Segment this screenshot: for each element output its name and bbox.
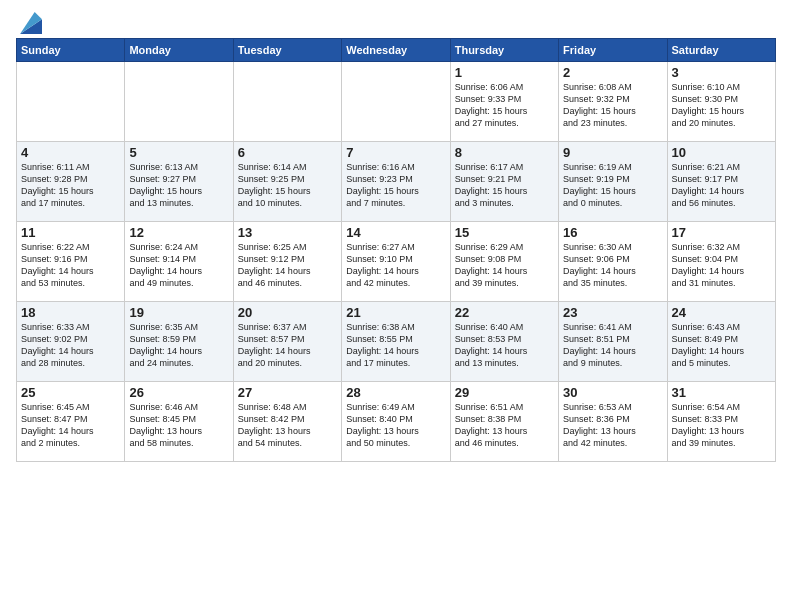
calendar-table: SundayMondayTuesdayWednesdayThursdayFrid… <box>16 38 776 462</box>
day-info: Sunrise: 6:45 AM Sunset: 8:47 PM Dayligh… <box>21 401 120 450</box>
day-number: 11 <box>21 225 120 240</box>
day-number: 31 <box>672 385 771 400</box>
day-number: 3 <box>672 65 771 80</box>
logo <box>16 12 42 34</box>
day-cell: 9Sunrise: 6:19 AM Sunset: 9:19 PM Daylig… <box>559 142 667 222</box>
day-info: Sunrise: 6:30 AM Sunset: 9:06 PM Dayligh… <box>563 241 662 290</box>
col-header-sunday: Sunday <box>17 39 125 62</box>
week-row-2: 4Sunrise: 6:11 AM Sunset: 9:28 PM Daylig… <box>17 142 776 222</box>
col-header-friday: Friday <box>559 39 667 62</box>
day-cell: 10Sunrise: 6:21 AM Sunset: 9:17 PM Dayli… <box>667 142 775 222</box>
day-cell: 16Sunrise: 6:30 AM Sunset: 9:06 PM Dayli… <box>559 222 667 302</box>
day-info: Sunrise: 6:11 AM Sunset: 9:28 PM Dayligh… <box>21 161 120 210</box>
day-info: Sunrise: 6:49 AM Sunset: 8:40 PM Dayligh… <box>346 401 445 450</box>
day-info: Sunrise: 6:19 AM Sunset: 9:19 PM Dayligh… <box>563 161 662 210</box>
day-number: 6 <box>238 145 337 160</box>
day-cell: 5Sunrise: 6:13 AM Sunset: 9:27 PM Daylig… <box>125 142 233 222</box>
day-number: 4 <box>21 145 120 160</box>
day-cell: 26Sunrise: 6:46 AM Sunset: 8:45 PM Dayli… <box>125 382 233 462</box>
day-cell: 17Sunrise: 6:32 AM Sunset: 9:04 PM Dayli… <box>667 222 775 302</box>
day-number: 22 <box>455 305 554 320</box>
day-info: Sunrise: 6:35 AM Sunset: 8:59 PM Dayligh… <box>129 321 228 370</box>
day-info: Sunrise: 6:48 AM Sunset: 8:42 PM Dayligh… <box>238 401 337 450</box>
day-number: 23 <box>563 305 662 320</box>
day-cell <box>17 62 125 142</box>
day-number: 12 <box>129 225 228 240</box>
day-cell: 7Sunrise: 6:16 AM Sunset: 9:23 PM Daylig… <box>342 142 450 222</box>
col-header-tuesday: Tuesday <box>233 39 341 62</box>
day-cell: 21Sunrise: 6:38 AM Sunset: 8:55 PM Dayli… <box>342 302 450 382</box>
day-info: Sunrise: 6:46 AM Sunset: 8:45 PM Dayligh… <box>129 401 228 450</box>
col-header-saturday: Saturday <box>667 39 775 62</box>
day-info: Sunrise: 6:21 AM Sunset: 9:17 PM Dayligh… <box>672 161 771 210</box>
day-info: Sunrise: 6:54 AM Sunset: 8:33 PM Dayligh… <box>672 401 771 450</box>
week-row-3: 11Sunrise: 6:22 AM Sunset: 9:16 PM Dayli… <box>17 222 776 302</box>
day-cell: 2Sunrise: 6:08 AM Sunset: 9:32 PM Daylig… <box>559 62 667 142</box>
day-number: 19 <box>129 305 228 320</box>
page: SundayMondayTuesdayWednesdayThursdayFrid… <box>0 0 792 470</box>
day-cell: 11Sunrise: 6:22 AM Sunset: 9:16 PM Dayli… <box>17 222 125 302</box>
day-number: 10 <box>672 145 771 160</box>
day-number: 5 <box>129 145 228 160</box>
day-number: 8 <box>455 145 554 160</box>
day-info: Sunrise: 6:27 AM Sunset: 9:10 PM Dayligh… <box>346 241 445 290</box>
day-cell: 12Sunrise: 6:24 AM Sunset: 9:14 PM Dayli… <box>125 222 233 302</box>
day-cell: 20Sunrise: 6:37 AM Sunset: 8:57 PM Dayli… <box>233 302 341 382</box>
calendar-header: SundayMondayTuesdayWednesdayThursdayFrid… <box>17 39 776 62</box>
day-info: Sunrise: 6:29 AM Sunset: 9:08 PM Dayligh… <box>455 241 554 290</box>
day-number: 13 <box>238 225 337 240</box>
day-number: 15 <box>455 225 554 240</box>
day-number: 16 <box>563 225 662 240</box>
col-header-monday: Monday <box>125 39 233 62</box>
day-cell: 19Sunrise: 6:35 AM Sunset: 8:59 PM Dayli… <box>125 302 233 382</box>
header <box>16 12 776 34</box>
day-cell: 14Sunrise: 6:27 AM Sunset: 9:10 PM Dayli… <box>342 222 450 302</box>
day-info: Sunrise: 6:51 AM Sunset: 8:38 PM Dayligh… <box>455 401 554 450</box>
day-cell: 29Sunrise: 6:51 AM Sunset: 8:38 PM Dayli… <box>450 382 558 462</box>
day-info: Sunrise: 6:10 AM Sunset: 9:30 PM Dayligh… <box>672 81 771 130</box>
day-number: 24 <box>672 305 771 320</box>
day-info: Sunrise: 6:37 AM Sunset: 8:57 PM Dayligh… <box>238 321 337 370</box>
day-cell: 8Sunrise: 6:17 AM Sunset: 9:21 PM Daylig… <box>450 142 558 222</box>
calendar-body: 1Sunrise: 6:06 AM Sunset: 9:33 PM Daylig… <box>17 62 776 462</box>
week-row-4: 18Sunrise: 6:33 AM Sunset: 9:02 PM Dayli… <box>17 302 776 382</box>
day-info: Sunrise: 6:41 AM Sunset: 8:51 PM Dayligh… <box>563 321 662 370</box>
day-number: 30 <box>563 385 662 400</box>
day-cell: 30Sunrise: 6:53 AM Sunset: 8:36 PM Dayli… <box>559 382 667 462</box>
day-cell: 25Sunrise: 6:45 AM Sunset: 8:47 PM Dayli… <box>17 382 125 462</box>
day-cell: 13Sunrise: 6:25 AM Sunset: 9:12 PM Dayli… <box>233 222 341 302</box>
day-info: Sunrise: 6:40 AM Sunset: 8:53 PM Dayligh… <box>455 321 554 370</box>
col-header-wednesday: Wednesday <box>342 39 450 62</box>
day-info: Sunrise: 6:17 AM Sunset: 9:21 PM Dayligh… <box>455 161 554 210</box>
week-row-1: 1Sunrise: 6:06 AM Sunset: 9:33 PM Daylig… <box>17 62 776 142</box>
day-info: Sunrise: 6:32 AM Sunset: 9:04 PM Dayligh… <box>672 241 771 290</box>
header-row: SundayMondayTuesdayWednesdayThursdayFrid… <box>17 39 776 62</box>
day-number: 18 <box>21 305 120 320</box>
day-cell: 23Sunrise: 6:41 AM Sunset: 8:51 PM Dayli… <box>559 302 667 382</box>
day-cell: 28Sunrise: 6:49 AM Sunset: 8:40 PM Dayli… <box>342 382 450 462</box>
day-number: 27 <box>238 385 337 400</box>
day-number: 9 <box>563 145 662 160</box>
day-cell: 6Sunrise: 6:14 AM Sunset: 9:25 PM Daylig… <box>233 142 341 222</box>
day-info: Sunrise: 6:24 AM Sunset: 9:14 PM Dayligh… <box>129 241 228 290</box>
day-number: 17 <box>672 225 771 240</box>
day-cell: 3Sunrise: 6:10 AM Sunset: 9:30 PM Daylig… <box>667 62 775 142</box>
day-number: 21 <box>346 305 445 320</box>
day-info: Sunrise: 6:53 AM Sunset: 8:36 PM Dayligh… <box>563 401 662 450</box>
day-cell: 22Sunrise: 6:40 AM Sunset: 8:53 PM Dayli… <box>450 302 558 382</box>
day-info: Sunrise: 6:33 AM Sunset: 9:02 PM Dayligh… <box>21 321 120 370</box>
day-cell <box>125 62 233 142</box>
day-info: Sunrise: 6:08 AM Sunset: 9:32 PM Dayligh… <box>563 81 662 130</box>
day-number: 29 <box>455 385 554 400</box>
day-cell: 1Sunrise: 6:06 AM Sunset: 9:33 PM Daylig… <box>450 62 558 142</box>
col-header-thursday: Thursday <box>450 39 558 62</box>
day-cell <box>342 62 450 142</box>
day-cell <box>233 62 341 142</box>
day-cell: 15Sunrise: 6:29 AM Sunset: 9:08 PM Dayli… <box>450 222 558 302</box>
day-info: Sunrise: 6:13 AM Sunset: 9:27 PM Dayligh… <box>129 161 228 210</box>
day-info: Sunrise: 6:22 AM Sunset: 9:16 PM Dayligh… <box>21 241 120 290</box>
day-info: Sunrise: 6:43 AM Sunset: 8:49 PM Dayligh… <box>672 321 771 370</box>
day-number: 2 <box>563 65 662 80</box>
day-number: 25 <box>21 385 120 400</box>
day-number: 26 <box>129 385 228 400</box>
